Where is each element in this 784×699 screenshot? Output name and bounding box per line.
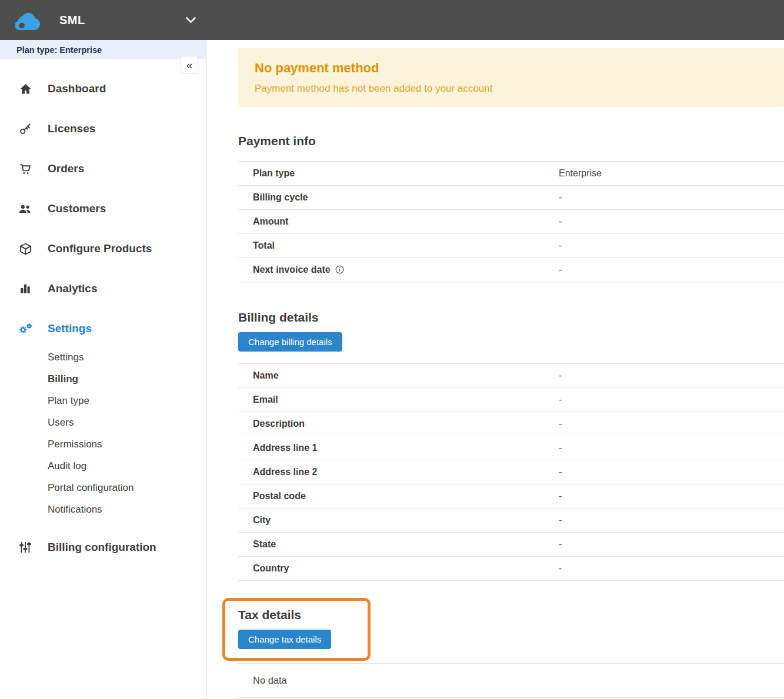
table-row: Email - bbox=[238, 388, 784, 412]
cloud-logo-icon bbox=[13, 11, 40, 30]
cart-icon bbox=[18, 162, 33, 176]
table-row: Country - bbox=[238, 557, 784, 581]
banner-title: No payment method bbox=[255, 61, 768, 76]
tax-details-title: Tax details bbox=[238, 608, 331, 622]
no-payment-method-banner: No payment method Payment method has not… bbox=[238, 48, 784, 107]
row-label: Address line 2 bbox=[238, 467, 559, 477]
row-label: State bbox=[238, 539, 559, 550]
banner-message: Payment method has not been added to you… bbox=[255, 83, 768, 95]
sidebar-item-label: Customers bbox=[48, 202, 106, 215]
row-label: Total bbox=[238, 240, 559, 251]
table-row: Description - bbox=[238, 412, 784, 436]
row-label-text: Next invoice date bbox=[253, 265, 331, 275]
table-row: Next invoice date - bbox=[238, 258, 784, 282]
sidebar-item-label: Configure Products bbox=[48, 242, 152, 255]
sidebar-item-customers[interactable]: Customers bbox=[0, 189, 206, 229]
people-icon bbox=[18, 202, 33, 216]
row-label: Amount bbox=[238, 216, 559, 227]
sidebar-item-configure-products[interactable]: Configure Products bbox=[0, 229, 206, 269]
sidebar-item-label: Analytics bbox=[48, 282, 97, 295]
row-value: - bbox=[559, 563, 562, 574]
tax-details-section: Tax details Change tax details No data bbox=[238, 608, 784, 698]
payment-info-title: Payment info bbox=[238, 134, 784, 148]
row-value: - bbox=[559, 265, 562, 275]
sidebar-subitem-settings[interactable]: Settings bbox=[0, 346, 206, 368]
row-label: Next invoice date bbox=[238, 265, 559, 275]
topbar: SML bbox=[0, 0, 784, 40]
sidebar-item-orders[interactable]: Orders bbox=[0, 149, 206, 189]
sidebar-item-label: Settings bbox=[48, 322, 92, 335]
package-icon bbox=[18, 242, 33, 256]
sidebar-item-label: Licenses bbox=[48, 122, 95, 135]
row-label: Billing cycle bbox=[238, 192, 559, 203]
sidebar-subitem-billing[interactable]: Billing bbox=[0, 368, 206, 390]
table-row: Billing cycle - bbox=[238, 186, 784, 210]
main-content: No payment method Payment method has not… bbox=[206, 40, 784, 699]
table-row: Address line 1 - bbox=[238, 436, 784, 460]
row-label: Address line 1 bbox=[238, 443, 559, 453]
sidebar-subitem-portal-configuration[interactable]: Portal configuration bbox=[0, 477, 206, 499]
table-row: Amount - bbox=[238, 210, 784, 234]
org-name: SML bbox=[59, 14, 85, 27]
sidebar-subitem-plan-type[interactable]: Plan type bbox=[0, 390, 206, 412]
row-label: Description bbox=[238, 419, 559, 429]
row-label: Postal code bbox=[238, 491, 559, 501]
sidebar-item-billing-configuration[interactable]: Billing configuration bbox=[0, 527, 206, 567]
chevron-down-icon[interactable] bbox=[186, 17, 196, 24]
info-icon[interactable] bbox=[335, 265, 344, 274]
sidebar-subitem-permissions[interactable]: Permissions bbox=[0, 433, 206, 455]
table-row: Plan type Enterprise bbox=[238, 162, 784, 186]
sidebar-item-dashboard[interactable]: Dashboard bbox=[0, 69, 206, 109]
table-row: Total - bbox=[238, 234, 784, 258]
key-icon bbox=[18, 122, 33, 136]
table-row: State - bbox=[238, 533, 784, 557]
billing-details-title: Billing details bbox=[238, 310, 784, 325]
payment-info-table: Plan type Enterprise Billing cycle - Amo… bbox=[238, 161, 784, 282]
table-row: Address line 2 - bbox=[238, 460, 784, 484]
row-value: Enterprise bbox=[559, 168, 602, 179]
row-value: - bbox=[559, 467, 562, 477]
billing-details-section: Billing details Change billing details N… bbox=[238, 310, 784, 581]
sidebar: Plan type: Enterprise « Dashboard Licens… bbox=[0, 40, 206, 699]
row-value: - bbox=[559, 539, 562, 550]
row-label: Email bbox=[238, 394, 559, 405]
billing-details-table: Name - Email - Description - Address lin… bbox=[238, 363, 784, 581]
row-value: - bbox=[559, 370, 562, 381]
sidebar-subitem-audit-log[interactable]: Audit log bbox=[0, 455, 206, 477]
sidebar-nav: Dashboard Licenses Orders Customers bbox=[0, 59, 206, 567]
row-label: Name bbox=[238, 370, 559, 381]
row-value: - bbox=[559, 394, 562, 405]
sidebar-collapse-button[interactable]: « bbox=[181, 56, 198, 73]
table-row: Postal code - bbox=[238, 484, 784, 509]
sidebar-item-analytics[interactable]: Analytics bbox=[0, 269, 206, 309]
tax-details-header: Tax details Change tax details bbox=[238, 608, 331, 649]
change-tax-details-button[interactable]: Change tax details bbox=[238, 630, 331, 649]
tax-details-empty-state: No data bbox=[238, 663, 784, 698]
settings-subnav: Settings Billing Plan type Users Permiss… bbox=[0, 346, 206, 520]
row-value: - bbox=[559, 240, 562, 251]
collapse-icon: « bbox=[186, 59, 193, 71]
sidebar-item-settings[interactable]: Settings bbox=[0, 309, 206, 349]
sidebar-subitem-users[interactable]: Users bbox=[0, 412, 206, 433]
row-value: - bbox=[559, 192, 562, 203]
table-row: City - bbox=[238, 509, 784, 533]
gear-icon bbox=[18, 322, 33, 336]
sliders-icon bbox=[18, 540, 33, 554]
sidebar-subitem-notifications[interactable]: Notifications bbox=[0, 499, 206, 520]
row-label: City bbox=[238, 515, 559, 526]
home-icon bbox=[18, 82, 33, 96]
payment-info-section: Payment info Plan type Enterprise Billin… bbox=[238, 134, 784, 282]
row-value: - bbox=[559, 216, 562, 227]
sidebar-item-licenses[interactable]: Licenses bbox=[0, 109, 206, 149]
bar-chart-icon bbox=[18, 282, 33, 296]
row-value: - bbox=[559, 515, 562, 526]
row-value: - bbox=[559, 419, 562, 429]
table-row: Name - bbox=[238, 364, 784, 388]
row-value: - bbox=[559, 443, 562, 453]
row-label: Country bbox=[238, 563, 559, 574]
row-label: Plan type bbox=[238, 168, 559, 179]
row-value: - bbox=[559, 491, 562, 501]
plan-type-banner: Plan type: Enterprise bbox=[0, 40, 206, 59]
change-billing-details-button[interactable]: Change billing details bbox=[238, 332, 342, 352]
sidebar-item-label: Billing configuration bbox=[48, 541, 156, 554]
